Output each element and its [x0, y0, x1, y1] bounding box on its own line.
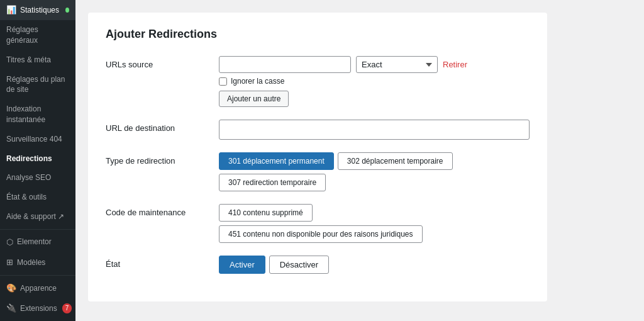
url-source-input[interactable]	[219, 56, 351, 73]
ignorer-casse-row: Ignorer la casse	[219, 77, 530, 86]
form-row-maintenance: Code de maintenance 410 contenu supprimé…	[106, 204, 530, 243]
url-destination-control	[219, 120, 530, 140]
sidebar-item-apparence[interactable]: 🎨 Apparence	[0, 278, 75, 298]
redirect-type-control: 301 déplacement permanent 302 déplacemen…	[219, 152, 530, 191]
form-row-etat: État Activer Désactiver	[106, 256, 530, 274]
maintenance-control: 410 contenu supprimé 451 contenu non dis…	[219, 204, 530, 243]
ignorer-casse-label: Ignorer la casse	[231, 77, 284, 86]
sidebar-item-statistiques[interactable]: 📊 Statistiques	[0, 0, 75, 20]
ignorer-casse-checkbox[interactable]	[219, 77, 227, 86]
desactiver-button[interactable]: Désactiver	[269, 256, 329, 274]
sidebar-divider-2	[0, 275, 75, 276]
card-title: Ajouter Redirections	[106, 28, 530, 41]
status-dot	[65, 8, 69, 13]
urls-source-control: Exact Regex Commence par Finit par Retir…	[219, 56, 530, 107]
sidebar-item-modeles[interactable]: ⊞ Modèles	[0, 252, 75, 273]
elementor-icon: ⬡	[6, 237, 13, 248]
rtype-301-button[interactable]: 301 déplacement permanent	[219, 152, 334, 170]
sidebar-item-etat-outils[interactable]: État & outils	[0, 188, 75, 207]
url-destination-input[interactable]	[219, 120, 530, 140]
apparence-icon: 🎨	[6, 283, 16, 294]
rtype-302-button[interactable]: 302 déplacement temporaire	[338, 152, 453, 170]
retirer-link[interactable]: Retirer	[443, 60, 467, 69]
sidebar-item-surveillance-404[interactable]: Surveillance 404	[0, 130, 75, 149]
sidebar-item-reglages-generaux[interactable]: Réglages généraux	[0, 20, 75, 50]
sidebar-item-comptes[interactable]: 👤 Comptes	[0, 319, 75, 322]
sidebar-item-elementor[interactable]: ⬡ Elementor	[0, 232, 75, 252]
redirections-card: Ajouter Redirections URLs source Exact R…	[88, 13, 547, 301]
maintenance-label: Code de maintenance	[106, 204, 219, 217]
etat-control: Activer Désactiver	[219, 256, 530, 274]
url-source-select[interactable]: Exact Regex Commence par Finit par	[356, 56, 438, 73]
redirect-type-group: 301 déplacement permanent 302 déplacemen…	[219, 152, 530, 191]
sidebar-item-aide-support[interactable]: Aide & support ↗	[0, 207, 75, 227]
sidebar-item-extensions[interactable]: 🔌 Extensions 7	[0, 298, 75, 318]
sidebar-divider-1	[0, 229, 75, 230]
urls-source-label: URLs source	[106, 56, 219, 69]
form-row-urls-source: URLs source Exact Regex Commence par Fin…	[106, 56, 530, 107]
url-destination-label: URL de destination	[106, 120, 219, 133]
form-row-redirect-type: Type de redirection 301 déplacement perm…	[106, 152, 530, 191]
extensions-badge: 7	[62, 303, 72, 313]
sidebar: 📊 Statistiques Réglages généraux Titres …	[0, 0, 75, 321]
url-source-row: Exact Regex Commence par Finit par Retir…	[219, 56, 530, 73]
state-group: Activer Désactiver	[219, 256, 530, 274]
sidebar-item-reglages-plan-site[interactable]: Réglages du plan de site	[0, 70, 75, 100]
sidebar-item-analyse-seo[interactable]: Analyse SEO	[0, 168, 75, 188]
redirect-type-label: Type de redirection	[106, 152, 219, 166]
form-row-url-destination: URL de destination	[106, 120, 530, 140]
extensions-icon: 🔌	[6, 303, 16, 314]
sidebar-item-titres-meta[interactable]: Titres & méta	[0, 50, 75, 70]
rtype-307-button[interactable]: 307 redirection temporaire	[219, 174, 326, 191]
add-another-button[interactable]: Ajouter un autre	[219, 91, 289, 107]
modeles-icon: ⊞	[6, 257, 13, 268]
mcode-410-button[interactable]: 410 contenu supprimé	[219, 204, 313, 222]
maintenance-group: 410 contenu supprimé 451 contenu non dis…	[219, 204, 530, 243]
mcode-451-button[interactable]: 451 contenu non disponible pour des rais…	[219, 225, 423, 243]
main-content: Ajouter Redirections URLs source Exact R…	[75, 0, 644, 321]
etat-label: État	[106, 256, 219, 269]
stats-icon: 📊	[6, 4, 16, 16]
sidebar-item-indexation[interactable]: Indexation instantanée	[0, 99, 75, 130]
sidebar-item-redirections[interactable]: Redirections	[0, 149, 75, 169]
activer-button[interactable]: Activer	[219, 256, 265, 274]
